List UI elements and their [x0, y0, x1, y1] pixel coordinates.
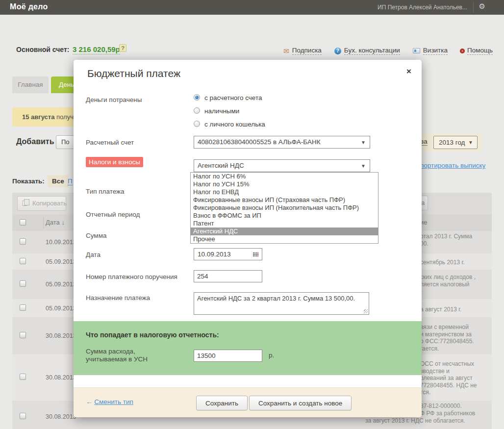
chevron-down-icon: ▼: [468, 140, 473, 145]
radio-label: наличными: [204, 107, 239, 115]
filter-link-fragment[interactable]: П: [68, 177, 73, 185]
date-input[interactable]: 10.09.2013: [194, 248, 262, 260]
radio-button[interactable]: [194, 121, 200, 127]
add-label: Добавить: [16, 137, 54, 146]
description-line: олеваний за август: [420, 375, 477, 382]
row-checkbox[interactable]: [20, 238, 26, 245]
change-type-link[interactable]: ← Сменить тип: [86, 398, 133, 405]
save-and-new-button[interactable]: Сохранить и создать новое: [249, 396, 352, 410]
report-period-label: Отчетный период: [86, 211, 140, 218]
purpose-textarea[interactable]: Агентский НДС за 2 квартал 2013 г. Сумма…: [194, 292, 369, 315]
tax-option[interactable]: Агентский НДС: [191, 227, 378, 235]
spent-label: Деньги потрачены: [86, 96, 142, 103]
row-checkbox[interactable]: [20, 304, 26, 311]
column-divider: [43, 217, 44, 228]
description-line: ляется налоговый: [420, 281, 476, 288]
row-description-fragment: ОСС от несчастныхзводстве иолеваний за а…: [420, 354, 477, 396]
date-value: 10.09.2013: [198, 249, 231, 260]
chevron-down-icon: ▼: [361, 140, 366, 145]
filter-all-chip[interactable]: Все: [48, 175, 69, 187]
header-link-label: Подписка: [292, 47, 322, 55]
copy-button[interactable]: Копировать: [17, 196, 66, 211]
gear-icon[interactable]: ⚙: [479, 2, 485, 11]
description-line: 00.: [420, 240, 472, 248]
description-line: а август 2013 г.: [420, 306, 461, 313]
radio-label: с расчетного счета: [204, 94, 262, 101]
header-link[interactable]: Помощь: [460, 47, 493, 55]
tax-option[interactable]: Прочее: [191, 235, 378, 243]
close-icon[interactable]: ×: [406, 67, 411, 76]
expense-sum-input[interactable]: [194, 350, 262, 362]
row-date: 05.09.2013: [46, 305, 76, 312]
header-link-label: Помощь: [467, 47, 493, 55]
budget-payment-modal: Бюджетный платеж × Деньги потрачены с ра…: [74, 60, 422, 417]
row-description-bottom-line: за август 2013 г. НДС не облагается.: [365, 417, 465, 424]
tax-select[interactable]: Агентский НДС ▼: [194, 159, 370, 172]
current-user[interactable]: ИП Петров Алексей Анатольев...: [378, 4, 467, 11]
row-date: 10.09.2013: [46, 239, 76, 246]
tax-dropdown-list: Налог по УСН 6%Налог по УСН 15%Налог по …: [190, 172, 378, 244]
chevron-down-icon: ▼: [361, 163, 366, 169]
select-all-checkbox[interactable]: [20, 219, 26, 226]
expense-label-line2: учитываемая в УСН: [86, 355, 148, 363]
description-line: сентябрь 2013 г.: [420, 259, 465, 266]
tax-option[interactable]: Налог по УСН 15%: [191, 180, 378, 188]
row-description-fragment: а август 2013 г.: [420, 299, 461, 313]
tax-option[interactable]: Взнос в ФФОМС за ИП: [191, 212, 378, 220]
tab-main[interactable]: Главная: [12, 76, 49, 93]
row-checkbox[interactable]: [20, 413, 26, 419]
radio-button[interactable]: [194, 107, 200, 114]
row-description-fragment: сентябрь 2013 г.: [420, 253, 465, 266]
description-line: тся.: [420, 389, 477, 396]
tax-option[interactable]: Патент: [191, 220, 378, 227]
calendar-icon[interactable]: [253, 252, 254, 253]
topbar: Моё дело ИП Петров Алексей Анатольев... …: [0, 0, 504, 15]
description-line: 7728048455. НДС не: [420, 382, 477, 389]
account-balance-link[interactable]: 3 216 020,59р: [73, 45, 120, 54]
tax-option[interactable]: Налог по ЕНВД: [191, 188, 378, 196]
column-header-date[interactable]: Дата ↓: [46, 214, 65, 231]
description-line: ОСС от несчастных: [420, 360, 477, 368]
account-select-value: 40802810638040005525 в АЛЬФА-БАНК: [198, 136, 321, 148]
description-line: и материнством за: [420, 331, 474, 338]
row-date: 30.08.2013: [46, 332, 76, 339]
description-line: ртал 2013 г. Сумма: [420, 233, 472, 240]
account-select[interactable]: 40802810638040005525 в АЛЬФА-БАНК ▼: [194, 136, 370, 149]
import-statement-link-fragment[interactable]: портировать выписку: [420, 162, 485, 169]
row-checkbox[interactable]: [20, 280, 26, 287]
row-checkbox[interactable]: [20, 332, 26, 338]
year-select-value: 2013 год: [439, 136, 465, 149]
topbar-divider: [473, 2, 474, 13]
row-checkbox[interactable]: [20, 258, 26, 264]
row-date: 30.08.2013: [46, 413, 76, 420]
year-select[interactable]: 2013 год ▼: [433, 136, 478, 149]
tax-option[interactable]: Фиксированные взносы ИП (Страховая часть…: [191, 196, 378, 204]
period-link-fragment[interactable]: за: [421, 138, 428, 146]
tax-option[interactable]: Фиксированные взносы ИП (Накопительная ч…: [191, 204, 378, 212]
radio-button[interactable]: [194, 94, 200, 101]
notification-date: 15 августа: [22, 113, 54, 121]
header-link[interactable]: ?Бух. консультации: [334, 47, 400, 55]
order-number-input[interactable]: [194, 270, 262, 282]
description-line: Ф РФ за работников: [420, 410, 475, 417]
header-link[interactable]: Визитка: [413, 47, 448, 55]
save-button[interactable]: Сохранить: [196, 396, 248, 410]
header-link[interactable]: ✉Подписка: [283, 47, 322, 55]
radio-label: с личного кошелька: [204, 121, 265, 128]
row-description-fragment: ских лиц с доходов ,ляется налоговый-: [420, 270, 476, 295]
row-checkbox[interactable]: [20, 374, 26, 380]
copy-button-label: Копировать: [32, 200, 67, 207]
help-badge[interactable]: ?: [119, 44, 126, 52]
card-icon: [413, 48, 420, 53]
modal-title: Бюджетный платеж: [87, 68, 180, 79]
back-arrow-icon: ←: [86, 398, 93, 405]
tax-option[interactable]: Налог по УСН 6%: [191, 173, 378, 180]
show-filter-label: Показать:: [12, 177, 45, 185]
purpose-label: Назначение платежа: [86, 294, 150, 302]
tax-report-title: Что попадает в налоговую отчетность:: [86, 331, 219, 339]
header-links: ✉Подписка?Бух. консультацииВизиткаПомощь: [283, 47, 484, 55]
description-line: вязи с временной: [420, 324, 474, 331]
date-label: Дата: [86, 251, 101, 258]
description-line: зводстве и: [420, 368, 477, 375]
tax-report-panel: Что попадает в налоговую отчетность: Сум…: [74, 321, 422, 375]
